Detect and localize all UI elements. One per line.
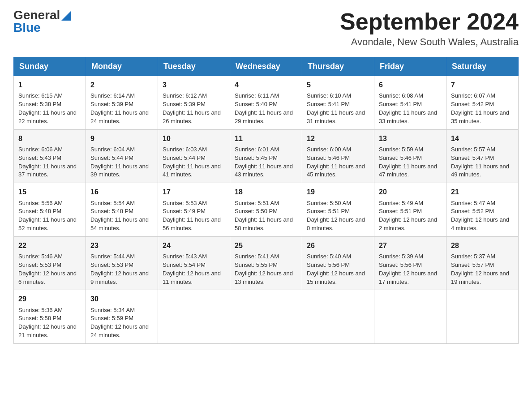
calendar-week-row: 29 Sunrise: 5:36 AMSunset: 5:58 PMDaylig… — [14, 290, 519, 344]
table-row: 4 Sunrise: 6:11 AMSunset: 5:40 PMDayligh… — [230, 76, 302, 130]
svg-marker-0 — [61, 11, 71, 21]
col-friday: Friday — [374, 57, 446, 76]
table-row: 15 Sunrise: 5:56 AMSunset: 5:48 PMDaylig… — [14, 183, 86, 237]
table-row: 29 Sunrise: 5:36 AMSunset: 5:58 PMDaylig… — [14, 290, 86, 344]
day-number: 8 — [18, 133, 81, 144]
day-number: 6 — [379, 80, 442, 90]
day-number: 28 — [451, 240, 514, 251]
location-title: Avondale, New South Wales, Australia — [340, 36, 519, 48]
table-row: 27 Sunrise: 5:39 AMSunset: 5:56 PMDaylig… — [374, 236, 446, 290]
col-tuesday: Tuesday — [158, 57, 230, 76]
table-row: 12 Sunrise: 6:00 AMSunset: 5:46 PMDaylig… — [302, 129, 374, 183]
day-info: Sunrise: 6:00 AMSunset: 5:46 PMDaylight:… — [307, 146, 369, 179]
day-number: 1 — [18, 80, 81, 90]
table-row — [230, 290, 302, 344]
logo-blue: Blue — [13, 21, 41, 34]
table-row: 11 Sunrise: 6:01 AMSunset: 5:45 PMDaylig… — [230, 129, 302, 183]
day-info: Sunrise: 6:04 AMSunset: 5:44 PMDaylight:… — [90, 146, 153, 179]
calendar-week-row: 1 Sunrise: 6:15 AMSunset: 5:38 PMDayligh… — [14, 76, 519, 130]
day-info: Sunrise: 6:15 AMSunset: 5:38 PMDaylight:… — [18, 92, 81, 125]
table-row: 2 Sunrise: 6:14 AMSunset: 5:39 PMDayligh… — [86, 76, 158, 130]
day-info: Sunrise: 6:01 AMSunset: 5:45 PMDaylight:… — [235, 146, 297, 179]
table-row: 17 Sunrise: 5:53 AMSunset: 5:49 PMDaylig… — [158, 183, 230, 237]
table-row: 25 Sunrise: 5:41 AMSunset: 5:55 PMDaylig… — [230, 236, 302, 290]
month-title: September 2024 — [340, 9, 519, 34]
table-row: 8 Sunrise: 6:06 AMSunset: 5:43 PMDayligh… — [14, 129, 86, 183]
day-info: Sunrise: 6:06 AMSunset: 5:43 PMDaylight:… — [18, 146, 81, 179]
table-row: 26 Sunrise: 5:40 AMSunset: 5:56 PMDaylig… — [302, 236, 374, 290]
day-number: 7 — [451, 80, 514, 90]
title-section: September 2024 Avondale, New South Wales… — [340, 9, 519, 48]
table-row: 21 Sunrise: 5:47 AMSunset: 5:52 PMDaylig… — [446, 183, 519, 237]
table-row: 6 Sunrise: 6:08 AMSunset: 5:41 PMDayligh… — [374, 76, 446, 130]
day-number: 5 — [307, 80, 369, 90]
logo: General Blue — [13, 9, 71, 34]
table-row: 13 Sunrise: 5:59 AMSunset: 5:46 PMDaylig… — [374, 129, 446, 183]
calendar-table: Sunday Monday Tuesday Wednesday Thursday… — [13, 57, 519, 344]
logo-general: General — [13, 9, 60, 21]
table-row — [374, 290, 446, 344]
day-info: Sunrise: 5:53 AMSunset: 5:49 PMDaylight:… — [163, 199, 225, 233]
table-row: 14 Sunrise: 5:57 AMSunset: 5:47 PMDaylig… — [446, 129, 519, 183]
day-number: 27 — [379, 240, 442, 251]
page-header: General Blue September 2024 Avondale, Ne… — [13, 9, 519, 48]
day-info: Sunrise: 5:56 AMSunset: 5:48 PMDaylight:… — [18, 199, 81, 233]
day-info: Sunrise: 5:46 AMSunset: 5:53 PMDaylight:… — [18, 253, 81, 286]
day-info: Sunrise: 5:41 AMSunset: 5:55 PMDaylight:… — [235, 253, 297, 286]
table-row: 28 Sunrise: 5:37 AMSunset: 5:57 PMDaylig… — [446, 236, 519, 290]
day-info: Sunrise: 5:47 AMSunset: 5:52 PMDaylight:… — [451, 199, 514, 233]
day-info: Sunrise: 5:57 AMSunset: 5:47 PMDaylight:… — [451, 146, 514, 179]
calendar-week-row: 22 Sunrise: 5:46 AMSunset: 5:53 PMDaylig… — [14, 236, 519, 290]
day-number: 14 — [451, 133, 514, 144]
day-info: Sunrise: 5:43 AMSunset: 5:54 PMDaylight:… — [163, 253, 225, 286]
table-row: 18 Sunrise: 5:51 AMSunset: 5:50 PMDaylig… — [230, 183, 302, 237]
calendar-header-row: Sunday Monday Tuesday Wednesday Thursday… — [14, 57, 519, 76]
day-number: 26 — [307, 240, 369, 251]
calendar-week-row: 15 Sunrise: 5:56 AMSunset: 5:48 PMDaylig… — [14, 183, 519, 237]
day-info: Sunrise: 5:50 AMSunset: 5:51 PMDaylight:… — [307, 199, 369, 233]
day-info: Sunrise: 5:34 AMSunset: 5:59 PMDaylight:… — [90, 306, 153, 340]
day-info: Sunrise: 5:54 AMSunset: 5:48 PMDaylight:… — [90, 199, 153, 233]
table-row — [158, 290, 230, 344]
day-number: 20 — [379, 187, 442, 197]
day-number: 17 — [163, 187, 225, 197]
day-info: Sunrise: 5:40 AMSunset: 5:56 PMDaylight:… — [307, 253, 369, 286]
table-row: 30 Sunrise: 5:34 AMSunset: 5:59 PMDaylig… — [86, 290, 158, 344]
table-row: 20 Sunrise: 5:49 AMSunset: 5:51 PMDaylig… — [374, 183, 446, 237]
day-number: 18 — [235, 187, 297, 197]
day-info: Sunrise: 6:07 AMSunset: 5:42 PMDaylight:… — [451, 92, 514, 125]
day-info: Sunrise: 5:44 AMSunset: 5:53 PMDaylight:… — [90, 253, 153, 286]
day-number: 24 — [163, 240, 225, 251]
calendar-week-row: 8 Sunrise: 6:06 AMSunset: 5:43 PMDayligh… — [14, 129, 519, 183]
day-number: 13 — [379, 133, 442, 144]
col-sunday: Sunday — [14, 57, 86, 76]
day-number: 21 — [451, 187, 514, 197]
day-info: Sunrise: 6:14 AMSunset: 5:39 PMDaylight:… — [90, 92, 153, 125]
table-row — [302, 290, 374, 344]
day-number: 10 — [163, 133, 225, 144]
table-row: 22 Sunrise: 5:46 AMSunset: 5:53 PMDaylig… — [14, 236, 86, 290]
table-row: 1 Sunrise: 6:15 AMSunset: 5:38 PMDayligh… — [14, 76, 86, 130]
day-info: Sunrise: 6:08 AMSunset: 5:41 PMDaylight:… — [379, 92, 442, 125]
day-number: 12 — [307, 133, 369, 144]
table-row: 5 Sunrise: 6:10 AMSunset: 5:41 PMDayligh… — [302, 76, 374, 130]
day-number: 9 — [90, 133, 153, 144]
col-saturday: Saturday — [446, 57, 519, 76]
day-number: 29 — [18, 294, 81, 304]
day-number: 11 — [235, 133, 297, 144]
table-row: 24 Sunrise: 5:43 AMSunset: 5:54 PMDaylig… — [158, 236, 230, 290]
col-monday: Monday — [86, 57, 158, 76]
day-info: Sunrise: 5:37 AMSunset: 5:57 PMDaylight:… — [451, 253, 514, 286]
day-info: Sunrise: 5:51 AMSunset: 5:50 PMDaylight:… — [235, 199, 297, 233]
day-info: Sunrise: 5:36 AMSunset: 5:58 PMDaylight:… — [18, 306, 81, 340]
table-row — [446, 290, 519, 344]
day-number: 22 — [18, 240, 81, 251]
table-row: 3 Sunrise: 6:12 AMSunset: 5:39 PMDayligh… — [158, 76, 230, 130]
col-wednesday: Wednesday — [230, 57, 302, 76]
day-number: 4 — [235, 80, 297, 90]
table-row: 10 Sunrise: 6:03 AMSunset: 5:44 PMDaylig… — [158, 129, 230, 183]
col-thursday: Thursday — [302, 57, 374, 76]
day-number: 19 — [307, 187, 369, 197]
table-row: 23 Sunrise: 5:44 AMSunset: 5:53 PMDaylig… — [86, 236, 158, 290]
table-row: 9 Sunrise: 6:04 AMSunset: 5:44 PMDayligh… — [86, 129, 158, 183]
